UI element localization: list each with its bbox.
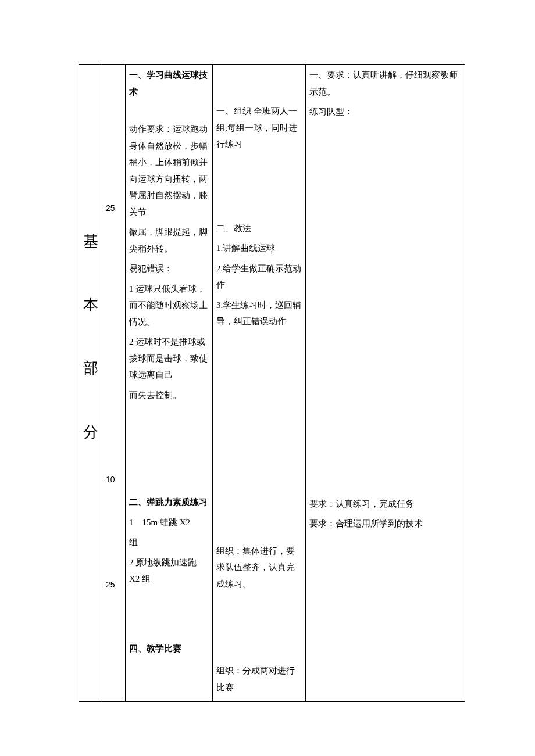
lesson-table: 基 本 部 分 25 10 25 一、学习曲线运球技术 动作要求：运球跑动身体自… bbox=[79, 64, 465, 702]
req-2b: 要求：合理运用所学到的技术 bbox=[309, 515, 461, 532]
req-1: 一、要求：认真听讲解，仔细观察教师示范。 bbox=[309, 67, 461, 100]
content-action-req-b: 微屈，脚跟提起，脚尖稍外转。 bbox=[129, 224, 209, 257]
req-1b: 练习队型： bbox=[309, 103, 461, 120]
part-label: 本 bbox=[83, 273, 98, 336]
content-cell: 一、学习曲线运球技术 动作要求：运球跑动身体自然放松，步幅稍小，上体稍前倾并向运… bbox=[126, 65, 213, 702]
content-heading-2: 二、弹跳力素质练习 bbox=[129, 494, 209, 511]
method-teach-heading: 二、教法 bbox=[216, 220, 302, 237]
method-teach-1: 1.讲解曲线运球 bbox=[216, 240, 302, 257]
content-jump-2: 2 原地纵跳加速跑 X2 组 bbox=[129, 554, 209, 587]
part-label: 基 bbox=[83, 210, 98, 273]
requirement-cell: 一、要求：认真听讲解，仔细观察教师示范。 练习队型： 要求：认真练习，完成任务 … bbox=[306, 65, 465, 702]
content-error-2: 2 运球时不是推球或拨球而是击球，致使球远离自己 bbox=[129, 334, 209, 384]
req-2a: 要求：认真练习，完成任务 bbox=[309, 496, 461, 513]
part-label-cell: 基 本 部 分 bbox=[79, 65, 102, 702]
method-org-3: 组织：集体进行，要求队伍整齐，认真完成练习。 bbox=[216, 543, 302, 593]
time-value-3: 25 bbox=[106, 487, 122, 593]
content-error-heading: 易犯错误： bbox=[129, 260, 209, 277]
lesson-plan-page: 基 本 部 分 25 10 25 一、学习曲线运球技术 动作要求：运球跑动身体自… bbox=[0, 0, 535, 756]
jump1-text: 15m 蛙跳 X2 bbox=[142, 518, 191, 527]
content-jump-1: 1 15m 蛙跳 X2 bbox=[129, 514, 209, 531]
content-error-1: 1 运球只低头看球，而不能随时观察场上情况。 bbox=[129, 281, 209, 331]
content-heading-4: 四、教学比赛 bbox=[129, 640, 209, 657]
content-error-2b: 而失去控制。 bbox=[129, 387, 209, 404]
part-label: 分 bbox=[83, 400, 98, 464]
part-label: 部 bbox=[83, 336, 98, 400]
method-org-1: 一、组织 全班两人一组,每组一球，同时进行练习 bbox=[216, 67, 302, 153]
content-jump-1c: 组 bbox=[129, 534, 209, 551]
method-cell: 一、组织 全班两人一组,每组一球，同时进行练习 二、教法 1.讲解曲线运球 2.… bbox=[213, 65, 306, 702]
time-cell: 25 10 25 bbox=[102, 65, 126, 702]
time-value-2: 10 bbox=[106, 216, 122, 488]
method-org-4: 组织：分成两对进行比赛 bbox=[216, 662, 302, 696]
time-value-1: 25 bbox=[106, 67, 122, 216]
method-teach-3: 3.学生练习时，巡回辅导，纠正错误动作 bbox=[216, 297, 302, 330]
jump1-num: 1 bbox=[129, 518, 134, 527]
content-heading-1: 一、学习曲线运球技术 bbox=[129, 67, 209, 100]
method-teach-2: 2.给学生做正确示范动作 bbox=[216, 260, 302, 293]
content-action-req: 动作要求：运球跑动身体自然放松，步幅稍小，上体稍前倾并向运球方向扭转，两臂屈肘自… bbox=[129, 121, 209, 220]
